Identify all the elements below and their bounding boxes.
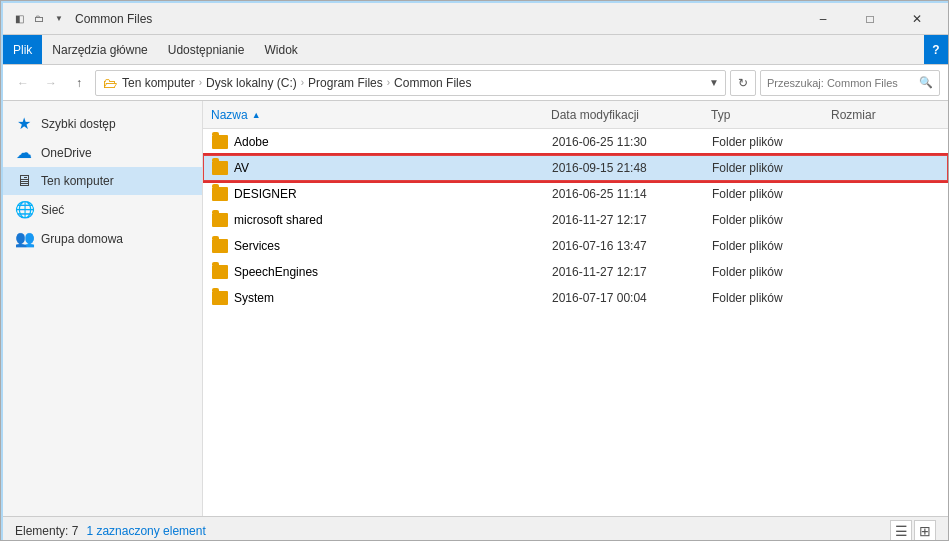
title-left-icon2: 🗀 <box>31 11 47 27</box>
home-icon: 👥 <box>15 229 33 248</box>
path-arrow-2: › <box>301 77 304 88</box>
path-segment-2: Dysk lokalny (C:) <box>206 76 297 90</box>
title-bar-icons: ◧ 🗀 ▼ <box>11 11 67 27</box>
file-type: Folder plików <box>712 187 832 201</box>
network-icon: 🌐 <box>15 200 33 219</box>
sidebar-item-onedrive[interactable]: ☁ OneDrive <box>3 138 202 167</box>
file-name-cell: AV <box>212 161 552 175</box>
menu-widok[interactable]: Widok <box>254 35 307 64</box>
file-date: 2016-11-27 12:17 <box>552 213 712 227</box>
file-type: Folder plików <box>712 265 832 279</box>
sidebar-label-this-pc: Ten komputer <box>41 174 114 188</box>
file-name-cell: DESIGNER <box>212 187 552 201</box>
file-name: System <box>234 291 274 305</box>
window-frame: ◧ 🗀 ▼ Common Files – □ ✕ Plik Narzędzia … <box>1 1 949 541</box>
file-type: Folder plików <box>712 239 832 253</box>
address-bar: ← → ↑ 🗁 Ten komputer › Dysk lokalny (C:)… <box>3 65 948 101</box>
address-path[interactable]: 🗁 Ten komputer › Dysk lokalny (C:) › Pro… <box>95 70 726 96</box>
sidebar: ★ Szybki dostęp ☁ OneDrive 🖥 Ten kompute… <box>3 101 203 516</box>
table-row[interactable]: System 2016-07-17 00:04 Folder plików <box>203 285 948 311</box>
file-list: Adobe 2016-06-25 11:30 Folder plików AV … <box>203 129 948 516</box>
path-folder-icon: 🗁 <box>102 75 118 91</box>
large-icon-view-button[interactable]: ⊞ <box>914 520 936 542</box>
maximize-button[interactable]: □ <box>847 3 893 35</box>
file-type: Folder plików <box>712 291 832 305</box>
detail-view-button[interactable]: ☰ <box>890 520 912 542</box>
close-button[interactable]: ✕ <box>894 3 940 35</box>
folder-icon <box>212 135 228 149</box>
file-name: microsoft shared <box>234 213 323 227</box>
table-row[interactable]: DESIGNER 2016-06-25 11:14 Folder plików <box>203 181 948 207</box>
minimize-button[interactable]: – <box>800 3 846 35</box>
title-dropdown-icon: ▼ <box>51 11 67 27</box>
path-arrow-3: › <box>387 77 390 88</box>
col-header-name[interactable]: Nazwa ▲ <box>211 108 551 122</box>
search-box[interactable]: 🔍 <box>760 70 940 96</box>
folder-icon <box>212 291 228 305</box>
cloud-icon: ☁ <box>15 143 33 162</box>
folder-icon <box>212 239 228 253</box>
folder-icon <box>212 265 228 279</box>
main-area: ★ Szybki dostęp ☁ OneDrive 🖥 Ten kompute… <box>3 101 948 516</box>
sidebar-item-quick-access[interactable]: ★ Szybki dostęp <box>3 109 202 138</box>
title-bar: ◧ 🗀 ▼ Common Files – □ ✕ <box>3 3 948 35</box>
file-area: Nazwa ▲ Data modyfikacji Typ Rozmiar Ado… <box>203 101 948 516</box>
file-type: Folder plików <box>712 135 832 149</box>
menu-narzedzia[interactable]: Narzędzia główne <box>42 35 157 64</box>
file-type: Folder plików <box>712 213 832 227</box>
file-name-cell: Services <box>212 239 552 253</box>
table-row[interactable]: Adobe 2016-06-25 11:30 Folder plików <box>203 129 948 155</box>
sidebar-item-this-pc[interactable]: 🖥 Ten komputer <box>3 167 202 195</box>
elements-count: Elementy: 7 <box>15 524 78 538</box>
file-type: Folder plików <box>712 161 832 175</box>
file-name: SpeechEngines <box>234 265 318 279</box>
folder-icon <box>212 161 228 175</box>
table-row[interactable]: microsoft shared 2016-11-27 12:17 Folder… <box>203 207 948 233</box>
sidebar-label-onedrive: OneDrive <box>41 146 92 160</box>
star-icon: ★ <box>15 114 33 133</box>
file-date: 2016-09-15 21:48 <box>552 161 712 175</box>
up-button[interactable]: ↑ <box>67 71 91 95</box>
table-row[interactable]: SpeechEngines 2016-11-27 12:17 Folder pl… <box>203 259 948 285</box>
search-input[interactable] <box>767 77 915 89</box>
path-segment-1: Ten komputer <box>122 76 195 90</box>
title-left-icon1: ◧ <box>11 11 27 27</box>
path-dropdown-icon[interactable]: ▼ <box>709 77 719 88</box>
file-name: Adobe <box>234 135 269 149</box>
menu-help[interactable]: ? <box>924 35 948 64</box>
col-header-date[interactable]: Data modyfikacji <box>551 108 711 122</box>
menu-plik[interactable]: Plik <box>3 35 42 64</box>
sidebar-item-homegroup[interactable]: 👥 Grupa domowa <box>3 224 202 253</box>
table-row[interactable]: Services 2016-07-16 13:47 Folder plików <box>203 233 948 259</box>
search-icon[interactable]: 🔍 <box>919 76 933 89</box>
view-buttons: ☰ ⊞ <box>890 520 936 542</box>
file-name: Services <box>234 239 280 253</box>
file-date: 2016-06-25 11:30 <box>552 135 712 149</box>
col-header-type[interactable]: Typ <box>711 108 831 122</box>
folder-icon <box>212 213 228 227</box>
column-headers: Nazwa ▲ Data modyfikacji Typ Rozmiar <box>203 101 948 129</box>
title-bar-buttons: – □ ✕ <box>800 3 940 35</box>
file-name-cell: Adobe <box>212 135 552 149</box>
file-date: 2016-07-16 13:47 <box>552 239 712 253</box>
pc-icon: 🖥 <box>15 172 33 190</box>
file-name: DESIGNER <box>234 187 297 201</box>
sidebar-item-network[interactable]: 🌐 Sieć <box>3 195 202 224</box>
file-name: AV <box>234 161 249 175</box>
back-button[interactable]: ← <box>11 71 35 95</box>
path-segment-3: Program Files <box>308 76 383 90</box>
path-segment-4: Common Files <box>394 76 471 90</box>
menu-bar: Plik Narzędzia główne Udostępnianie Wido… <box>3 35 948 65</box>
col-header-size[interactable]: Rozmiar <box>831 108 940 122</box>
window-title: Common Files <box>75 12 800 26</box>
menu-udostepnianie[interactable]: Udostępnianie <box>158 35 255 64</box>
file-name-cell: SpeechEngines <box>212 265 552 279</box>
sidebar-label-quick-access: Szybki dostęp <box>41 117 116 131</box>
file-name-cell: System <box>212 291 552 305</box>
sidebar-label-network: Sieć <box>41 203 64 217</box>
refresh-button[interactable]: ↻ <box>730 70 756 96</box>
table-row[interactable]: AV 2016-09-15 21:48 Folder plików <box>203 155 948 181</box>
path-arrow-1: › <box>199 77 202 88</box>
forward-button[interactable]: → <box>39 71 63 95</box>
sidebar-label-homegroup: Grupa domowa <box>41 232 123 246</box>
